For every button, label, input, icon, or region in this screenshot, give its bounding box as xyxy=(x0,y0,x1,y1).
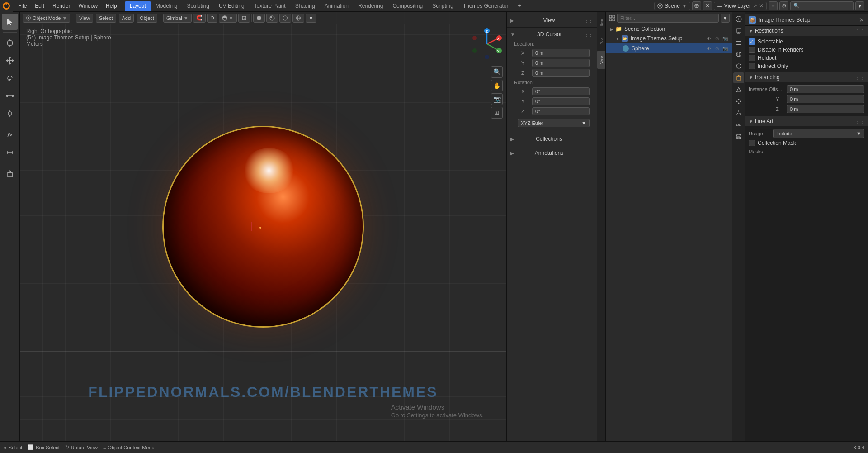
instance-offset-x-input[interactable]: 0 m xyxy=(787,85,864,93)
tool-annotate[interactable] xyxy=(2,127,18,143)
cursor-ry-input[interactable]: 0° xyxy=(532,97,590,105)
tool-rotate[interactable] xyxy=(2,70,18,86)
filter-icon-top[interactable]: ▼ xyxy=(855,1,864,10)
props-tab-object[interactable] xyxy=(733,72,744,83)
sphere-hide[interactable]: 👁 xyxy=(705,45,712,52)
status-context-menu[interactable]: ≡ Object Context Menu xyxy=(103,445,155,450)
sphere-render[interactable]: 📷 xyxy=(722,45,729,52)
grid-btn[interactable]: ⊞ xyxy=(491,107,503,119)
cursor-y-input[interactable]: 0 m xyxy=(532,59,590,67)
edit-menu[interactable]: Edit xyxy=(31,1,48,11)
outliner-scene-collection[interactable]: ▶ 📁 Scene Collection xyxy=(606,24,732,33)
tool-select[interactable] xyxy=(2,14,18,30)
props-tab-output[interactable] xyxy=(733,25,744,36)
add-menu[interactable]: Add xyxy=(119,14,134,23)
tool-cursor[interactable] xyxy=(2,35,18,51)
help-menu[interactable]: Help xyxy=(102,1,121,11)
tab-item[interactable]: Item xyxy=(597,14,605,32)
object-menu[interactable]: Object xyxy=(137,14,157,23)
tool-add-cube[interactable] xyxy=(2,166,18,182)
pan-btn[interactable]: ✋ xyxy=(491,80,503,91)
instance-y-input[interactable]: 0 m xyxy=(787,95,864,103)
props-tab-data[interactable] xyxy=(733,131,744,142)
props-tab-particles[interactable] xyxy=(733,96,744,107)
icon-btn-1[interactable] xyxy=(692,1,701,10)
props-tab-view-layer[interactable] xyxy=(733,37,744,48)
cursor-z-input[interactable]: 0 m xyxy=(532,69,590,77)
tab-shading[interactable]: Shading xyxy=(291,1,320,11)
cursor-rz-input[interactable]: 0° xyxy=(532,107,590,115)
image-themes-hide[interactable]: 👁 xyxy=(705,35,712,42)
props-tab-render[interactable] xyxy=(733,14,744,24)
solid-mode-btn[interactable] xyxy=(253,14,265,23)
view-menu[interactable]: View xyxy=(76,14,93,23)
tab-rendering[interactable]: Rendering xyxy=(354,1,387,11)
tool-measure[interactable] xyxy=(2,144,18,161)
tab-layout[interactable]: Layout xyxy=(125,1,151,11)
scene-selector[interactable]: Scene ▼ xyxy=(654,2,690,10)
indirect-only-checkbox[interactable] xyxy=(749,63,755,69)
wireframe-mode-btn[interactable] xyxy=(292,14,304,23)
rotation-mode-dropdown[interactable]: XYZ Euler ▼ xyxy=(518,119,590,127)
tab-compositing[interactable]: Compositing xyxy=(388,1,427,11)
tab-scripting[interactable]: Scripting xyxy=(428,1,458,11)
props-object-close[interactable]: ✕ xyxy=(859,16,864,24)
tab-animation[interactable]: Animation xyxy=(320,1,353,11)
rendered-mode-btn[interactable] xyxy=(279,14,291,23)
tab-tool[interactable]: Tool xyxy=(597,32,605,50)
xray-btn[interactable] xyxy=(238,14,250,23)
selectable-checkbox[interactable]: ✓ xyxy=(749,38,755,45)
props-tab-world[interactable] xyxy=(733,61,744,72)
viewport-gizmo[interactable]: X Y Z xyxy=(471,28,503,60)
cursor-x-input[interactable]: 0 m xyxy=(532,49,590,57)
tab-add-workspace[interactable]: + xyxy=(514,1,526,11)
status-select[interactable]: ● Select xyxy=(4,445,22,450)
line-art-header[interactable]: ▼ Line Art ⋮⋮ xyxy=(745,116,868,126)
image-themes-render[interactable]: 📷 xyxy=(722,35,729,42)
outliner-image-themes[interactable]: ▼ 📂 Image Themes Setup 👁 ☉ 📷 xyxy=(606,33,732,43)
n-panel-view-header[interactable]: ▶ View ⋮⋮ xyxy=(507,15,597,25)
tab-view[interactable]: View xyxy=(597,51,605,69)
disable-renders-checkbox[interactable] xyxy=(749,47,755,53)
props-tab-physics[interactable] xyxy=(733,108,744,119)
status-rotate-view[interactable]: ↻ Rotate View xyxy=(65,444,98,450)
file-menu[interactable]: File xyxy=(14,1,30,11)
app-logo[interactable] xyxy=(0,0,13,12)
search-input-top[interactable]: 🔍 xyxy=(790,1,854,10)
holdout-checkbox[interactable] xyxy=(749,55,755,61)
tab-modeling[interactable]: Modeling xyxy=(151,1,182,11)
usage-dropdown[interactable]: Include ▼ xyxy=(773,129,864,138)
props-tab-modifier[interactable] xyxy=(733,84,744,95)
outliner-search-input[interactable] xyxy=(617,14,719,23)
sphere-select[interactable]: ☉ xyxy=(713,45,721,52)
material-mode-btn[interactable] xyxy=(266,14,278,23)
snap-btn[interactable]: 🧲 xyxy=(193,14,206,23)
tool-scale[interactable] xyxy=(2,88,18,104)
outliner-filter-btn[interactable]: ▼ xyxy=(721,14,730,23)
instance-z-input[interactable]: 0 m xyxy=(787,105,864,113)
tab-texture-paint[interactable]: Texture Paint xyxy=(250,1,290,11)
tool-transform[interactable] xyxy=(2,105,18,122)
zoom-to-fit-btn[interactable]: 🔍 xyxy=(491,66,503,78)
image-themes-select[interactable]: ☉ xyxy=(713,35,721,42)
vl-icon-2[interactable]: ⚙ xyxy=(779,1,788,10)
render-menu[interactable]: Render xyxy=(49,1,74,11)
restrictions-header[interactable]: ▼ Restrictions ⋮⋮ xyxy=(745,26,868,36)
instancing-header[interactable]: ▼ Instancing ⋮⋮ xyxy=(745,72,868,82)
select-menu[interactable]: Select xyxy=(96,14,116,23)
tab-uv-editing[interactable]: UV Editing xyxy=(214,1,249,11)
tab-sculpting[interactable]: Sculpting xyxy=(183,1,214,11)
render-settings-btn[interactable]: ▼ xyxy=(306,14,317,23)
cursor-rx-input[interactable]: 0° xyxy=(532,87,590,95)
props-tab-scene[interactable] xyxy=(733,49,744,60)
window-menu[interactable]: Window xyxy=(75,1,101,11)
vl-icon-1[interactable]: ≡ xyxy=(769,1,778,10)
overlay-btn[interactable]: ▼ xyxy=(219,14,237,23)
n-panel-annotations-header[interactable]: ▶ Annotations ⋮⋮ xyxy=(507,148,597,158)
n-panel-cursor-header[interactable]: ▼ 3D Cursor ⋮⋮ xyxy=(507,29,597,39)
status-box-select[interactable]: ⬜ Box Select xyxy=(28,444,60,450)
camera-btn[interactable]: 📷 xyxy=(491,93,503,105)
viewport[interactable]: Object Mode ▼ View Select Add Object Gim… xyxy=(20,12,506,441)
props-tab-constraints[interactable] xyxy=(733,119,744,130)
transform-selector[interactable]: Gimbal ▼ xyxy=(163,14,192,23)
